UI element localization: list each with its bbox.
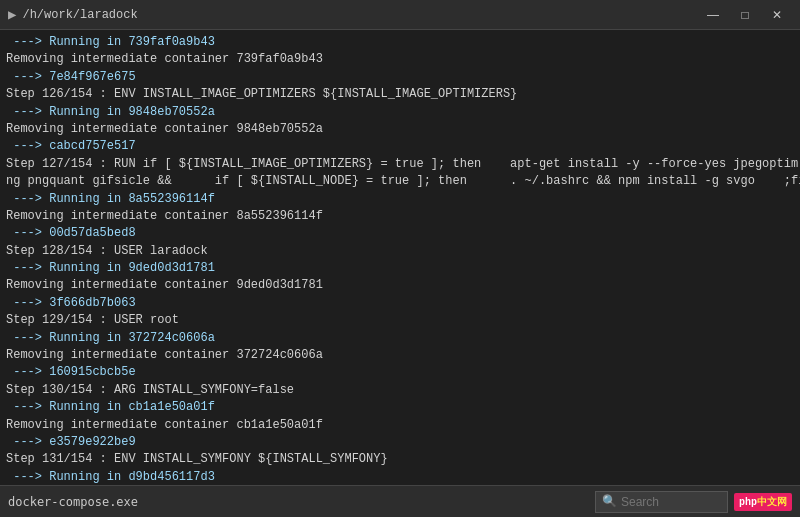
terminal-line: ---> Running in cb1a1e50a01f (6, 399, 794, 416)
terminal-line: ---> Running in 8a552396114f (6, 191, 794, 208)
terminal-line: ---> Running in 9848eb70552a (6, 104, 794, 121)
minimize-button[interactable]: — (698, 0, 728, 30)
window-title: /h/work/laradock (22, 8, 137, 22)
terminal-line: Step 131/154 : ENV INSTALL_SYMFONY ${INS… (6, 451, 794, 468)
status-bar: docker-compose.exe 🔍 php中文网 (0, 485, 800, 517)
terminal-line: ---> cabcd757e517 (6, 138, 794, 155)
terminal-line: ---> 00d57da5bed8 (6, 225, 794, 242)
terminal-line: ---> 7e84f967e675 (6, 69, 794, 86)
search-box[interactable]: 🔍 (595, 491, 728, 513)
exe-label: docker-compose.exe (8, 495, 138, 509)
terminal-line: Step 129/154 : USER root (6, 312, 794, 329)
php-badge-text: php中文网 (739, 495, 787, 509)
terminal-line: Removing intermediate container cb1a1e50… (6, 417, 794, 434)
php-badge: php中文网 (734, 493, 792, 511)
terminal-line: ---> e3579e922be9 (6, 434, 794, 451)
search-input[interactable] (621, 495, 721, 509)
terminal-line: Step 126/154 : ENV INSTALL_IMAGE_OPTIMIZ… (6, 86, 794, 103)
terminal-output: ---> Running in 739faf0a9b43Removing int… (0, 30, 800, 485)
terminal-line: ---> Running in 372724c0606a (6, 330, 794, 347)
terminal-line: ng pngquant gifsicle && if [ ${INSTALL_N… (6, 173, 794, 190)
terminal-line: ---> Running in 9ded0d3d1781 (6, 260, 794, 277)
status-right: 🔍 php中文网 (595, 491, 792, 513)
terminal-line: Removing intermediate container 9848eb70… (6, 121, 794, 138)
terminal-line: Step 127/154 : RUN if [ ${INSTALL_IMAGE_… (6, 156, 794, 173)
terminal-line: Removing intermediate container 739faf0a… (6, 51, 794, 68)
terminal-line: ---> 3f666db7b063 (6, 295, 794, 312)
terminal-line: ---> Running in d9bd456117d3 (6, 469, 794, 485)
terminal-line: ---> Running in 739faf0a9b43 (6, 34, 794, 51)
terminal-line: ---> 160915cbcb5e (6, 364, 794, 381)
terminal-line: Step 128/154 : USER laradock (6, 243, 794, 260)
search-icon: 🔍 (602, 494, 617, 509)
window-controls: — □ ✕ (698, 0, 792, 30)
terminal-line: Removing intermediate container 8a552396… (6, 208, 794, 225)
title-bar: ▶ /h/work/laradock — □ ✕ (0, 0, 800, 30)
terminal-line: Removing intermediate container 372724c0… (6, 347, 794, 364)
terminal-icon: ▶ (8, 6, 16, 23)
maximize-button[interactable]: □ (730, 0, 760, 30)
title-bar-left: ▶ /h/work/laradock (8, 6, 138, 23)
terminal-line: Step 130/154 : ARG INSTALL_SYMFONY=false (6, 382, 794, 399)
terminal-line: Removing intermediate container 9ded0d3d… (6, 277, 794, 294)
close-button[interactable]: ✕ (762, 0, 792, 30)
